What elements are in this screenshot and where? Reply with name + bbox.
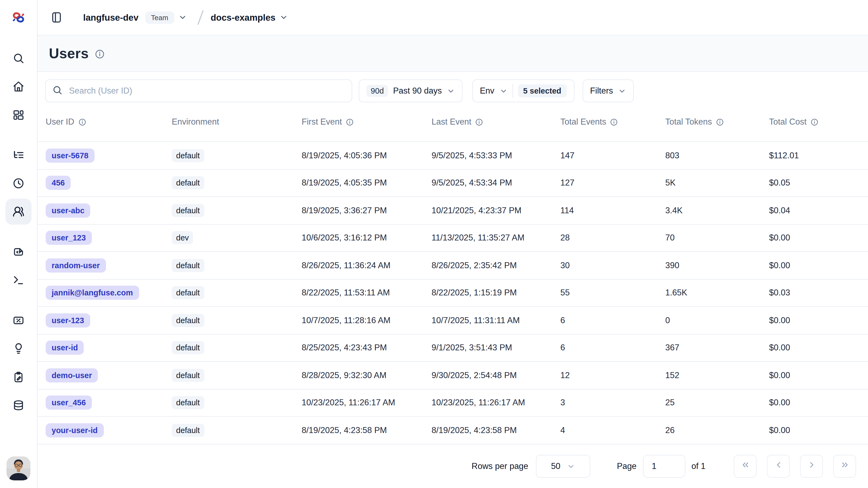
filters-button[interactable]: Filters xyxy=(582,80,633,102)
clock-icon[interactable] xyxy=(5,170,32,196)
next-page-button[interactable] xyxy=(800,455,823,478)
page-title: Users xyxy=(49,45,89,62)
last-event-cell: 10/23/2025, 11:26:17 AM xyxy=(432,398,560,408)
sidebar-nav xyxy=(5,45,32,421)
total-tokens-cell: 0 xyxy=(665,316,769,325)
page-label: Page xyxy=(617,461,637,471)
table-row[interactable]: user_123 dev 10/6/2025, 3:16:12 PM 11/13… xyxy=(37,224,868,252)
date-range-label: Past 90 days xyxy=(393,86,442,96)
env-selected-badge: 5 selected xyxy=(518,84,567,97)
user-id-badge[interactable]: user-abc xyxy=(45,203,91,218)
users-icon[interactable] xyxy=(5,199,32,225)
dashboard-grid-icon[interactable] xyxy=(5,102,32,128)
table-row[interactable]: user-123 default 10/7/2025, 11:28:16 AM … xyxy=(37,307,868,334)
env-label: Env xyxy=(480,86,494,96)
file-code-icon[interactable] xyxy=(5,239,32,265)
total-tokens-cell: 25 xyxy=(665,398,769,408)
first-event-cell: 8/19/2025, 4:05:36 PM xyxy=(302,151,432,161)
table-row[interactable]: jannik@langfuse.com default 8/22/2025, 1… xyxy=(37,279,868,307)
org-name[interactable]: langfuse-dev xyxy=(83,12,138,23)
chevron-down-icon[interactable] xyxy=(178,13,187,22)
chevron-down-icon xyxy=(499,87,507,95)
total-tokens-cell: 390 xyxy=(665,261,769,270)
home-icon[interactable] xyxy=(5,74,32,99)
column-header[interactable]: Total Cost xyxy=(769,117,868,127)
user-id-badge[interactable]: user-id xyxy=(45,341,84,355)
total-cost-cell: $112.01 xyxy=(769,151,868,161)
last-event-cell: 8/22/2025, 1:15:19 PM xyxy=(432,288,560,298)
search-box[interactable] xyxy=(45,80,352,102)
user-id-badge[interactable]: demo-user xyxy=(45,368,98,382)
info-icon[interactable] xyxy=(346,118,354,126)
database-icon[interactable] xyxy=(5,392,32,419)
last-page-button[interactable] xyxy=(833,455,856,478)
total-events-cell: 127 xyxy=(560,178,665,188)
environment-badge: default xyxy=(172,314,204,327)
table-row[interactable]: 456 default 8/19/2025, 4:05:35 PM 9/5/20… xyxy=(37,169,868,197)
column-header[interactable]: First Event xyxy=(302,117,432,127)
table-row[interactable]: random-user default 8/26/2025, 11:36:24 … xyxy=(37,252,868,279)
user-id-badge[interactable]: user_123 xyxy=(45,231,92,245)
project-name[interactable]: docs-examples xyxy=(211,12,275,23)
total-events-cell: 114 xyxy=(560,206,665,216)
first-event-cell: 8/19/2025, 4:23:58 PM xyxy=(302,425,432,435)
percent-card-icon[interactable] xyxy=(5,307,32,334)
page-number-input[interactable] xyxy=(643,455,685,478)
date-range-button[interactable]: 90d Past 90 days xyxy=(359,80,463,102)
total-events-cell: 4 xyxy=(560,425,665,435)
search-icon[interactable] xyxy=(5,45,32,71)
table-row[interactable]: demo-user default 8/28/2025, 9:32:30 AM … xyxy=(37,362,868,389)
column-header[interactable]: Total Events xyxy=(560,117,665,127)
info-icon[interactable] xyxy=(810,118,818,126)
table-body: user-5678 default 8/19/2025, 4:05:36 PM … xyxy=(37,142,868,444)
clipboard-pen-icon[interactable] xyxy=(5,364,32,390)
info-icon[interactable] xyxy=(610,118,618,126)
sidebar-toggle-icon[interactable] xyxy=(50,9,66,26)
table-row[interactable]: your-user-id default 8/19/2025, 4:23:58 … xyxy=(37,417,868,444)
info-icon[interactable] xyxy=(716,118,724,126)
first-page-button[interactable] xyxy=(734,455,756,478)
table-row[interactable]: user-abc default 8/19/2025, 3:36:27 PM 1… xyxy=(37,197,868,224)
environment-badge: default xyxy=(172,369,204,382)
total-cost-cell: $0.00 xyxy=(769,371,868,380)
user-id-badge[interactable]: jannik@langfuse.com xyxy=(45,286,139,300)
table-row[interactable]: user-id default 8/25/2025, 4:23:43 PM 9/… xyxy=(37,334,868,362)
environment-filter-button[interactable]: Env 5 selected xyxy=(472,80,575,102)
chevron-left-icon xyxy=(774,461,783,472)
breadcrumb-separator xyxy=(194,9,206,26)
rows-per-page-select[interactable]: 50 xyxy=(536,455,590,478)
user-id-badge[interactable]: user-5678 xyxy=(45,148,94,163)
user-id-badge[interactable]: your-user-id xyxy=(45,423,103,437)
first-event-cell: 10/23/2025, 11:26:17 AM xyxy=(302,398,432,408)
chevron-down-icon[interactable] xyxy=(279,13,288,22)
user-id-badge[interactable]: user_456 xyxy=(45,396,92,410)
user-id-badge[interactable]: user-123 xyxy=(45,313,90,327)
table-row[interactable]: user_456 default 10/23/2025, 11:26:17 AM… xyxy=(37,389,868,417)
total-events-cell: 12 xyxy=(560,371,665,380)
total-events-cell: 28 xyxy=(560,233,665,243)
environment-badge: default xyxy=(172,341,204,354)
table-row[interactable]: user-5678 default 8/19/2025, 4:05:36 PM … xyxy=(37,142,868,169)
app-window: langfuse-dev Team docs-examples Users xyxy=(0,0,868,488)
search-input[interactable] xyxy=(68,85,352,96)
info-icon[interactable] xyxy=(95,49,105,59)
user-avatar[interactable] xyxy=(6,456,30,480)
lightbulb-icon[interactable] xyxy=(5,336,32,362)
user-id-badge[interactable]: random-user xyxy=(45,258,106,272)
column-header[interactable]: Total Tokens xyxy=(665,117,769,127)
column-header[interactable]: User ID xyxy=(45,117,172,127)
total-tokens-cell: 5K xyxy=(665,178,769,188)
first-event-cell: 8/28/2025, 9:32:30 AM xyxy=(302,371,432,380)
column-header[interactable]: Environment xyxy=(172,117,302,127)
total-tokens-cell: 803 xyxy=(665,151,769,161)
info-icon[interactable] xyxy=(78,118,86,126)
chevron-down-icon xyxy=(618,87,626,95)
terminal-icon[interactable] xyxy=(5,267,32,293)
user-id-badge[interactable]: 456 xyxy=(45,176,71,190)
info-icon[interactable] xyxy=(475,118,484,126)
last-event-cell: 9/30/2025, 2:54:48 PM xyxy=(432,371,560,380)
column-header[interactable]: Last Event xyxy=(432,117,560,127)
prev-page-button[interactable] xyxy=(767,455,790,478)
tree-list-icon[interactable] xyxy=(5,142,32,168)
chevron-down-icon xyxy=(567,463,575,471)
